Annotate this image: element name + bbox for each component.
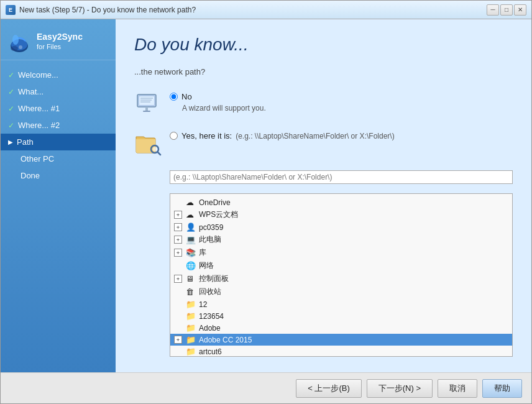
- network-icon: [134, 92, 162, 117]
- expand-button[interactable]: +: [174, 223, 182, 231]
- tree-item-label: 此电脑: [199, 234, 221, 245]
- sidebar-item-label: Done: [21, 171, 40, 180]
- next-button[interactable]: 下一步(N) >: [367, 379, 433, 398]
- tree-item[interactable]: +☁WPS云文档: [170, 208, 512, 221]
- expand-button[interactable]: +: [174, 275, 182, 283]
- placeholder-icon: [8, 172, 17, 180]
- sidebar-item-label: Welcome...: [18, 70, 58, 80]
- sidebar-item-path[interactable]: ▶ Path: [1, 134, 116, 150]
- title-buttons: ─ □ ✕: [487, 4, 526, 16]
- tree-item[interactable]: +🖥控制面板: [170, 272, 512, 285]
- radio-no-text: No: [181, 92, 192, 101]
- tree-item-label: 回收站: [199, 287, 221, 297]
- path-input-row: [170, 170, 513, 184]
- option-yes-row: Yes, here it is: (e.g.: \\Laptop\ShareNa…: [134, 131, 513, 156]
- tree-item-label: 12: [199, 300, 207, 309]
- sidebar: Easy2Sync for Files ✓ Welcome... ✓ What.…: [1, 19, 116, 372]
- minimize-button[interactable]: ─: [487, 4, 499, 16]
- tree-item-icon: 📁: [186, 323, 197, 333]
- cancel-button[interactable]: 取消: [438, 379, 477, 398]
- radio-yes-group: Yes, here it is: (e.g.: \\Laptop\ShareNa…: [170, 131, 513, 140]
- active-arrow-icon: ▶: [8, 139, 13, 145]
- expand-placeholder: [174, 347, 182, 356]
- svg-point-3: [11, 46, 18, 51]
- tree-item[interactable]: +💻此电脑: [170, 233, 512, 246]
- app-icon: E: [6, 5, 16, 15]
- tree-item-label: WPS云文档: [199, 209, 238, 220]
- tree-item-icon: 📁: [186, 335, 197, 344]
- main-window: E New task (Step 5/7) - Do you know the …: [0, 0, 532, 404]
- path-input[interactable]: [170, 170, 513, 184]
- expand-button[interactable]: +: [174, 336, 182, 344]
- tree-item[interactable]: 🗑回收站: [170, 285, 512, 298]
- sidebar-item-otherpc[interactable]: Other PC: [1, 150, 116, 167]
- logo-icon: [7, 29, 32, 53]
- svg-rect-7: [145, 107, 148, 111]
- brand-subtitle: for Files: [37, 42, 83, 51]
- back-button[interactable]: < 上一步(B): [296, 379, 362, 398]
- tree-item[interactable]: +👤pc0359: [170, 221, 512, 233]
- tree-item[interactable]: 📁12: [170, 298, 512, 310]
- sidebar-item-label: Path: [17, 137, 34, 147]
- logo-text: Easy2Sync for Files: [37, 31, 83, 51]
- close-button[interactable]: ✕: [514, 4, 526, 16]
- radio-yes-text: Yes, here it is:: [181, 131, 232, 140]
- sidebar-item-label: Where... #2: [18, 121, 60, 130]
- tree-item-icon: 📁: [186, 311, 197, 321]
- folder-search-icon-container: [134, 131, 162, 156]
- check-icon: ✓: [8, 88, 14, 96]
- window-title: New task (Step 5/7) - Do you know the ne…: [19, 6, 196, 14]
- expand-button[interactable]: +: [174, 249, 182, 257]
- svg-point-13: [153, 147, 157, 152]
- title-bar: E New task (Step 5/7) - Do you know the …: [1, 1, 531, 19]
- tree-item-icon: 🖥: [186, 274, 197, 283]
- folder-search-icon: [134, 131, 162, 157]
- brand-name: Easy2Sync: [37, 31, 83, 42]
- folder-tree[interactable]: ☁OneDrive+☁WPS云文档+👤pc0359+💻此电脑+📚库🌐网络+🖥控制…: [170, 193, 513, 357]
- expand-placeholder: [174, 288, 182, 296]
- svg-rect-8: [143, 111, 150, 112]
- tree-item-label: 库: [199, 247, 206, 258]
- svg-line-14: [158, 152, 161, 155]
- tree-item-label: artcut6: [199, 347, 222, 356]
- expand-placeholder: [174, 324, 182, 332]
- radio-yes-input[interactable]: [170, 132, 178, 140]
- expand-placeholder: [174, 312, 182, 320]
- tree-item-label: Adobe CC 2015: [199, 336, 252, 344]
- sidebar-item-where1[interactable]: ✓ Where... #1: [1, 100, 116, 117]
- check-icon: ✓: [8, 71, 14, 80]
- help-button[interactable]: 帮助: [482, 379, 522, 398]
- tree-item[interactable]: +📁Adobe CC 2015: [170, 334, 512, 346]
- radio-no-input[interactable]: [170, 93, 178, 101]
- tree-item-icon: 📁: [186, 300, 197, 309]
- tree-item[interactable]: 📁Adobe: [170, 322, 512, 334]
- page-subtitle: ...the network path?: [134, 67, 513, 76]
- main-content: Easy2Sync for Files ✓ Welcome... ✓ What.…: [1, 19, 531, 372]
- sidebar-item-done[interactable]: Done: [1, 167, 116, 184]
- sidebar-item-label: Where... #1: [18, 104, 60, 113]
- tree-item[interactable]: +📚库: [170, 246, 512, 259]
- tree-inner: ☁OneDrive+☁WPS云文档+👤pc0359+💻此电脑+📚库🌐网络+🖥控制…: [170, 194, 512, 357]
- tree-item-icon: 📁: [186, 347, 197, 356]
- radio-yes-label[interactable]: Yes, here it is: (e.g.: \\Laptop\ShareNa…: [170, 131, 513, 140]
- footer: < 上一步(B) 下一步(N) > 取消 帮助: [1, 372, 531, 403]
- sidebar-item-where2[interactable]: ✓ Where... #2: [1, 117, 116, 134]
- radio-yes-example: (e.g.: \\Laptop\ShareName\Folder\ or X:\…: [236, 132, 394, 140]
- maximize-button[interactable]: □: [500, 4, 513, 16]
- expand-button[interactable]: +: [174, 211, 182, 219]
- sidebar-item-label: Other PC: [21, 154, 54, 163]
- sidebar-item-label: What...: [18, 87, 44, 96]
- radio-no-label[interactable]: No: [170, 92, 266, 101]
- tree-item[interactable]: 📁123654: [170, 310, 512, 322]
- tree-item[interactable]: ☁OneDrive: [170, 196, 512, 208]
- expand-placeholder: [174, 300, 182, 308]
- tree-item[interactable]: 📁artcut6: [170, 346, 512, 357]
- sidebar-item-welcome[interactable]: ✓ Welcome...: [1, 67, 116, 83]
- tree-item[interactable]: 🌐网络: [170, 259, 512, 272]
- placeholder-icon: [8, 155, 17, 163]
- option-no-row: No A wizard will support you.: [134, 92, 513, 117]
- sidebar-item-what[interactable]: ✓ What...: [1, 83, 116, 100]
- radio-no-group: No A wizard will support you.: [170, 92, 266, 112]
- expand-button[interactable]: +: [174, 236, 182, 244]
- title-bar-left: E New task (Step 5/7) - Do you know the …: [6, 5, 196, 15]
